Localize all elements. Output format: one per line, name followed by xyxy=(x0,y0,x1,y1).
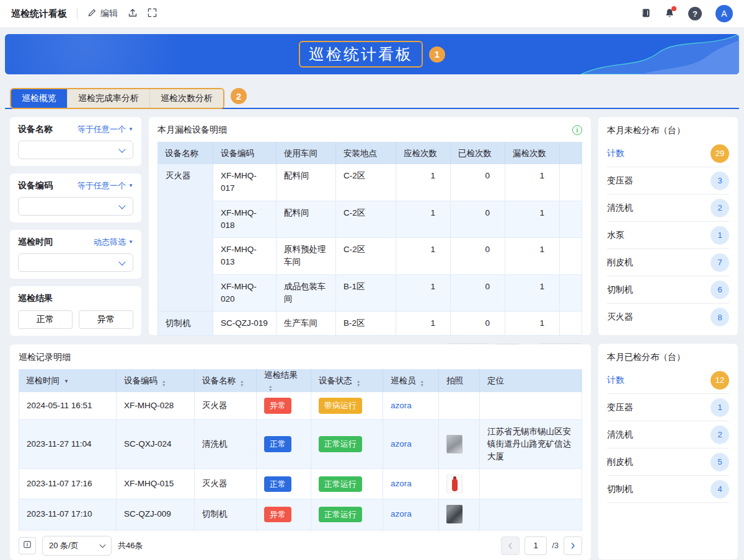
distribution-row[interactable]: 水泵 1 xyxy=(607,222,729,249)
inspector-link[interactable]: azora xyxy=(391,509,412,518)
prev-page-button[interactable] xyxy=(501,536,520,555)
distribution-label: 切制机 xyxy=(607,484,633,495)
page-size-select[interactable]: 20 条/页 xyxy=(42,536,112,556)
page-total: /3 xyxy=(552,541,559,550)
distribution-row[interactable]: 变压器 1 xyxy=(607,394,729,421)
right-column: 本月未检分布（台） 计数 29 变压器 3 清洗机 2 xyxy=(598,117,738,559)
empty-cell xyxy=(560,275,582,312)
edit-button[interactable]: 编辑 xyxy=(87,8,118,19)
checked-rows: 计数 12 变压器 1 清洗机 2 削皮机 5 xyxy=(607,367,729,503)
export-button[interactable] xyxy=(128,8,138,20)
photo-thumbnail[interactable] xyxy=(446,475,463,493)
missed-count-cell: 1 xyxy=(505,201,560,238)
status-badge: 正常运行 xyxy=(319,476,362,492)
pencil-icon xyxy=(87,8,97,19)
missed-count-cell: 1 xyxy=(505,164,560,201)
summary-toggle-button[interactable] xyxy=(19,537,36,554)
result-badge: 异常 xyxy=(264,507,291,523)
photo-thumbnail[interactable] xyxy=(446,505,463,523)
column-header[interactable]: 拍照 xyxy=(439,369,480,392)
device-code-cell: XF-MHQ-017 xyxy=(213,164,277,201)
missed-table-title: 本月漏检设备明细 xyxy=(157,125,227,136)
operator-dropdown[interactable]: 等于任意一个▼ xyxy=(78,124,133,135)
column-header[interactable]: 设备名称 xyxy=(195,369,257,392)
distribution-row[interactable]: 变压器 3 xyxy=(607,167,729,195)
location-cell xyxy=(480,469,582,499)
checked-distribution-card: 本月已检分布（台） 计数 12 变压器 1 清洗机 2 xyxy=(598,344,738,559)
page-input[interactable] xyxy=(525,536,547,555)
journal-button[interactable] xyxy=(641,8,651,20)
distribution-label: 切制机 xyxy=(607,284,633,295)
inspector-cell: azora xyxy=(383,392,439,420)
distribution-row[interactable]: 切制机 6 xyxy=(607,276,729,304)
count-badge: 2 xyxy=(711,426,729,444)
sort-icon xyxy=(240,380,244,387)
notifications-button[interactable] xyxy=(665,8,675,20)
distribution-label: 削皮机 xyxy=(607,457,633,468)
count-badge: 8 xyxy=(711,308,729,326)
result-normal-button[interactable]: 正常 xyxy=(18,310,73,329)
device-code-cell: SC-QZJ-019 xyxy=(213,312,277,336)
operator-dropdown[interactable]: 等于任意一个▼ xyxy=(78,180,133,191)
next-page-button[interactable] xyxy=(564,536,582,555)
tab[interactable]: 巡检概览 xyxy=(11,89,68,108)
distribution-row[interactable]: 计数 12 xyxy=(607,367,729,394)
column-header: 使用车间 xyxy=(277,142,336,164)
empty-cell xyxy=(560,238,582,275)
tab[interactable]: 巡检次数分析 xyxy=(150,89,223,108)
device-name-select[interactable] xyxy=(18,141,133,159)
panel-icon xyxy=(23,540,32,551)
help-icon[interactable]: ? xyxy=(688,7,702,20)
column-header[interactable]: 巡检员 xyxy=(383,369,439,392)
distribution-label: 削皮机 xyxy=(607,257,633,268)
distribution-row[interactable]: 削皮机 5 xyxy=(607,448,729,476)
count-badge: 7 xyxy=(711,253,729,272)
inspector-cell: azora xyxy=(383,499,439,530)
checked-panel-title: 本月已检分布（台） xyxy=(607,344,729,367)
tab[interactable]: 巡检完成率分析 xyxy=(68,89,150,108)
inspect-time-select[interactable] xyxy=(18,253,133,272)
time-cell: 2023-11-07 17:10 xyxy=(19,499,117,530)
distribution-label: 计数 xyxy=(607,375,624,386)
status-cell: 正常运行 xyxy=(311,420,383,470)
photo-cell xyxy=(439,392,480,420)
distribution-row[interactable]: 切制机 4 xyxy=(607,476,729,503)
column-header[interactable]: 定位 xyxy=(480,369,582,392)
record-row: 2024-05-11 16:51 XF-MHQ-028 灭火器 异常 带病运行 … xyxy=(19,392,582,420)
operator-dropdown[interactable]: 动态筛选▼ xyxy=(94,237,133,248)
column-header: 应检次数 xyxy=(396,142,451,164)
caret-down-icon: ▼ xyxy=(128,127,133,132)
status-badge: 带病运行 xyxy=(319,398,362,414)
filter-inspect-result: 巡检结果 正常 异常 xyxy=(10,286,141,336)
distribution-row[interactable]: 削皮机 7 xyxy=(607,249,729,276)
distribution-row[interactable]: 计数 29 xyxy=(607,140,729,167)
inspector-link[interactable]: azora xyxy=(391,479,412,488)
column-header[interactable]: 设备编码 xyxy=(117,369,195,392)
time-cell: 2024-05-11 16:51 xyxy=(19,392,117,420)
distribution-label: 计数 xyxy=(607,148,624,159)
device-name-cell xyxy=(157,275,213,312)
result-cell: 正常 xyxy=(257,469,311,499)
device-name-cell: 灭火器 xyxy=(157,164,213,201)
status-cell: 正常运行 xyxy=(311,499,383,530)
column-header[interactable]: 设备状态 xyxy=(311,369,383,392)
column-header[interactable]: 巡检时间 xyxy=(19,369,117,392)
inspector-link[interactable]: azora xyxy=(391,401,412,410)
distribution-row[interactable]: 清洗机 2 xyxy=(607,195,729,222)
fullscreen-button[interactable] xyxy=(148,8,157,19)
tabs-group: 巡检概览 巡检完成率分析 巡检次数分析 xyxy=(10,88,224,109)
photo-thumbnail[interactable] xyxy=(446,435,463,453)
empty-cell xyxy=(560,312,582,336)
topbar: 巡检统计看板 编辑 ? A xyxy=(0,0,744,28)
device-code-select[interactable] xyxy=(18,197,133,216)
distribution-row[interactable]: 灭火器 8 xyxy=(607,304,729,331)
inspector-link[interactable]: azora xyxy=(391,439,412,448)
avatar[interactable]: A xyxy=(715,5,733,22)
inspector-cell: azora xyxy=(383,469,439,499)
column-header[interactable]: 巡检结果 xyxy=(257,369,311,392)
record-row: 2023-11-27 11:04 SC-QXJ-024 清洗机 正常 正常运行 … xyxy=(19,420,582,470)
info-icon[interactable]: i xyxy=(572,125,582,135)
distribution-row[interactable]: 清洗机 2 xyxy=(607,421,729,448)
unchecked-panel-title: 本月未检分布（台） xyxy=(607,117,729,140)
result-abnormal-button[interactable]: 异常 xyxy=(79,310,133,329)
